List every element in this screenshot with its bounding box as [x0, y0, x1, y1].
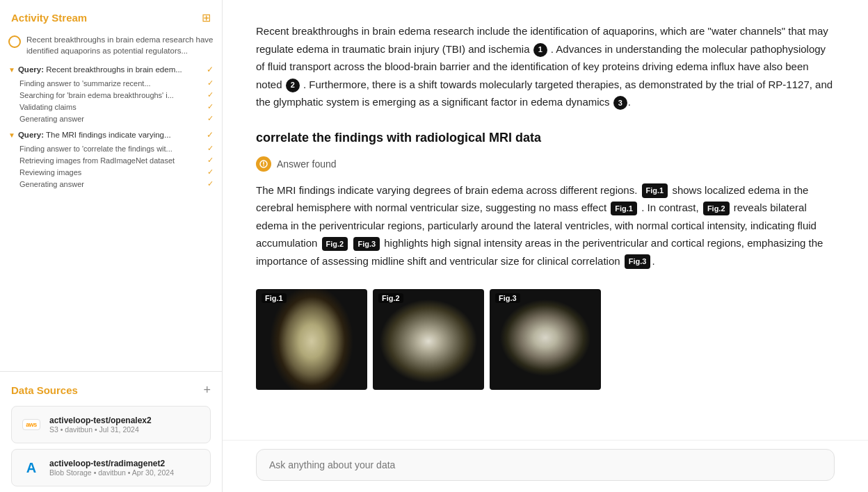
fig3-badge-inline-1: Fig.3 [353, 237, 380, 252]
query-step-1-1: Finding answer to 'summarize recent... ✓ [19, 77, 222, 89]
figure-item-3: Fig.3 [490, 289, 601, 390]
layout-icon[interactable]: ⊞ [202, 11, 211, 24]
step-check-1-3: ✓ [207, 102, 214, 111]
ds-name-aws: activeloop-test/openalex2 [49, 416, 202, 425]
query-step-1-3: Validating claims ✓ [19, 101, 222, 113]
data-sources-header: Data Sources + [11, 383, 211, 397]
step-check-2-3: ✓ [207, 167, 214, 177]
fig2-badge-inline-1: Fig.2 [703, 202, 730, 216]
query-header-2[interactable]: ▼ Query: The MRI findings indicate varyi… [0, 127, 222, 142]
fig3-badge-inline-2: Fig.3 [625, 254, 651, 269]
check-icon-q1: ✓ [207, 65, 214, 74]
query-label-1: Query: Recent breakthroughs in brain ede… [18, 65, 204, 74]
query-header-1[interactable]: ▼ Query: Recent breakthroughs in brain e… [0, 62, 222, 77]
query-step-2-1: Finding answer to 'correlate the finding… [19, 142, 222, 154]
figure-label-1: Fig.1 [262, 293, 287, 303]
section-heading: correlate the findings with radiological… [256, 131, 835, 145]
step-check-1-4: ✓ [207, 114, 214, 123]
add-data-source-button[interactable]: + [203, 383, 211, 397]
svg-point-2 [263, 165, 264, 166]
ds-name-azure: activeloop-test/radimagenet2 [49, 459, 202, 468]
data-source-card-aws[interactable]: aws activeloop-test/openalex2 S3 • davit… [11, 406, 211, 443]
activity-stream-content: Recent breakthroughs in brain edema rese… [0, 31, 222, 371]
query-step-1-4: Generating answer ✓ [19, 113, 222, 124]
data-sources-title: Data Sources [11, 384, 78, 396]
query-step-1-2: Searching for 'brain edema breakthroughs… [19, 89, 222, 101]
answer-found-text: Answer found [277, 158, 337, 170]
step-check-1-2: ✓ [207, 90, 214, 99]
activity-stream-header: Activity Stream ⊞ [0, 0, 222, 31]
query-step-2-3: Reviewing images ✓ [19, 166, 222, 178]
main-content: Recent breakthroughs in brain edema rese… [223, 0, 868, 492]
stream-summary-text: Recent breakthroughs in brain edema rese… [26, 34, 214, 56]
bottom-bar [223, 440, 868, 492]
collapse-icon-1: ▼ [8, 66, 15, 74]
stream-summary-icon [8, 35, 21, 48]
fig1-badge-inline-2: Fig.1 [611, 202, 637, 216]
answer-found-row: Answer found [256, 156, 835, 172]
data-source-card-azure[interactable]: A activeloop-test/radimagenet2 Blob Stor… [11, 449, 211, 486]
fig1-badge-inline-1: Fig.1 [642, 183, 668, 198]
sidebar: Activity Stream ⊞ Recent breakthroughs i… [0, 0, 223, 492]
ds-meta-azure: Blob Storage • davitbun • Apr 30, 2024 [49, 468, 202, 477]
figure-item-2: Fig.2 [373, 289, 484, 390]
fig2-badge-inline-2: Fig.2 [322, 237, 348, 252]
ref-badge-2: 2 [286, 79, 300, 92]
paragraph-2: The MRI findings indicate varying degree… [256, 181, 835, 270]
step-check-2-4: ✓ [207, 179, 214, 188]
ds-info-aws: activeloop-test/openalex2 S3 • davitbun … [49, 416, 202, 434]
ds-meta-aws: S3 • davitbun • Jul 31, 2024 [49, 425, 202, 434]
ds-info-azure: activeloop-test/radimagenet2 Blob Storag… [49, 459, 202, 477]
query-steps-1: Finding answer to 'summarize recent... ✓… [0, 77, 222, 124]
query-group-1: ▼ Query: Recent breakthroughs in brain e… [0, 62, 222, 124]
figures-row: Fig.1 Fig.2 Fig.3 [256, 289, 835, 390]
figure-label-2: Fig.2 [378, 293, 403, 303]
ref-badge-1: 1 [533, 43, 547, 57]
check-icon-q2: ✓ [207, 130, 214, 140]
query-group-2: ▼ Query: The MRI findings indicate varyi… [0, 127, 222, 190]
step-check-1-1: ✓ [207, 79, 214, 88]
query-steps-2: Finding answer to 'correlate the finding… [0, 142, 222, 190]
paragraph-1: Recent breakthroughs in brain edema rese… [256, 22, 835, 111]
chat-input[interactable] [256, 449, 835, 481]
activity-stream-title: Activity Stream [11, 12, 87, 24]
figure-label-3: Fig.3 [495, 293, 520, 303]
data-sources-section: Data Sources + aws activeloop-test/opena… [0, 371, 222, 492]
query-label-2: Query: The MRI findings indicate varying… [18, 131, 204, 139]
collapse-icon-2: ▼ [8, 131, 15, 139]
azure-logo: A [20, 457, 42, 479]
query-step-2-2: Retrieving images from RadImageNet datas… [19, 154, 222, 166]
step-check-2-1: ✓ [207, 144, 214, 153]
answer-found-icon [256, 156, 271, 172]
figure-item-1: Fig.1 [256, 289, 367, 390]
query-step-2-4: Generating answer ✓ [19, 178, 222, 190]
aws-logo: aws [20, 413, 42, 436]
ref-badge-3: 3 [613, 96, 627, 110]
stream-summary: Recent breakthroughs in brain edema rese… [0, 31, 222, 62]
step-check-2-2: ✓ [207, 156, 214, 165]
content-scroll: Recent breakthroughs in brain edema rese… [223, 0, 868, 440]
